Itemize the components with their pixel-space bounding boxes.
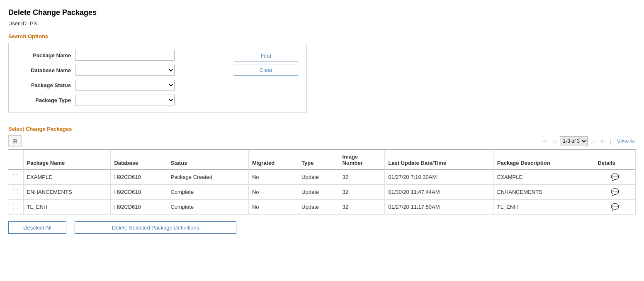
search-options-title: Search Options (8, 33, 636, 39)
row-description: TL_ENH (493, 200, 594, 215)
row-image-number: 32 (339, 200, 385, 215)
col-header-last-update: Last Update Date/Time (385, 150, 494, 170)
row-image-number: 32 (339, 185, 385, 200)
pagination-controls: ⊲ ◁ 1-3 of 3 ▷ ⊳ | View All (540, 136, 636, 146)
delete-selected-button[interactable]: Delete Selected Package Definitions (75, 221, 236, 234)
page-select[interactable]: 1-3 of 3 (560, 136, 588, 146)
page-title: Delete Change Packages (8, 8, 636, 17)
col-header-type: Type (298, 150, 339, 170)
row-description: EXAMPLE (493, 170, 594, 185)
next-page-button[interactable]: ▷ (589, 137, 597, 145)
row-status: Package Created (167, 170, 249, 185)
row-last-update: 01/30/20 11:47:44AM (385, 185, 494, 200)
row-details-cell[interactable]: 💬 (594, 170, 636, 185)
row-status: Complete (167, 185, 249, 200)
table-toolbar: ⊞ ⊲ ◁ 1-3 of 3 ▷ ⊳ | View All (8, 135, 636, 147)
col-header-package-name: Package Name (23, 150, 111, 170)
row-package-name: EXAMPLE (23, 170, 111, 185)
row-details-cell[interactable]: 💬 (594, 200, 636, 215)
details-icon[interactable]: 💬 (611, 173, 619, 181)
pipe-separator: | (610, 138, 611, 144)
table-row: TL_ENH H92CD610 Complete No Update 32 01… (8, 200, 636, 215)
row-checkbox[interactable] (13, 174, 18, 179)
find-button[interactable]: Find (234, 50, 298, 61)
table-row: ENHANCEMENTS H92CD610 Complete No Update… (8, 185, 636, 200)
col-header-database: Database (111, 150, 167, 170)
details-icon[interactable]: 💬 (611, 188, 619, 195)
database-name-select[interactable] (75, 65, 175, 76)
row-database: H92CD610 (111, 185, 167, 200)
row-package-name: ENHANCEMENTS (23, 185, 111, 200)
table-header-row: Package Name Database Status Migrated Ty… (8, 150, 636, 170)
row-type: Update (298, 170, 339, 185)
row-database: H92CD610 (111, 200, 167, 215)
footer-buttons: Deselect All Delete Selected Package Def… (8, 221, 636, 234)
col-header-image-number: ImageNumber (339, 150, 385, 170)
packages-table: Package Name Database Status Migrated Ty… (8, 149, 636, 215)
select-packages-title: Select Change Packages (8, 126, 636, 132)
package-status-label: Package Status (17, 82, 71, 88)
row-checkbox[interactable] (13, 189, 18, 194)
search-options-panel: Package Name Database Name Package Statu… (8, 43, 307, 112)
package-name-input[interactable] (75, 50, 175, 61)
row-description: ENHANCEMENTS (493, 185, 594, 200)
row-checkbox[interactable] (13, 204, 18, 209)
col-header-status: Status (167, 150, 249, 170)
row-checkbox-cell[interactable] (8, 200, 23, 215)
package-type-select[interactable] (75, 95, 175, 105)
row-status: Complete (167, 200, 249, 215)
row-migrated: No (248, 170, 298, 185)
select-packages-section: Select Change Packages ⊞ ⊲ ◁ 1-3 of 3 ▷ … (8, 126, 636, 215)
row-type: Update (298, 200, 339, 215)
row-details-cell[interactable]: 💬 (594, 185, 636, 200)
package-name-label: Package Name (17, 52, 71, 59)
row-last-update: 01/27/20 7:10:30AM (385, 170, 494, 185)
row-type: Update (298, 185, 339, 200)
details-icon[interactable]: 💬 (611, 203, 619, 210)
user-id-value: PS (30, 20, 37, 27)
last-page-button[interactable]: ⊳ (599, 137, 607, 145)
row-checkbox-cell[interactable] (8, 185, 23, 200)
row-last-update: 01/27/20 11:17:50AM (385, 200, 494, 215)
row-migrated: No (248, 185, 298, 200)
grid-icon: ⊞ (12, 138, 17, 144)
prev-page-button[interactable]: ◁ (550, 137, 558, 145)
database-name-label: Database Name (17, 67, 71, 73)
col-header-details: Details (594, 150, 636, 170)
row-migrated: No (248, 200, 298, 215)
row-image-number: 32 (339, 170, 385, 185)
user-id-label: User ID (8, 20, 27, 27)
table-row: EXAMPLE H92CD610 Package Created No Upda… (8, 170, 636, 185)
col-header-description: Package Description (493, 150, 594, 170)
package-status-select[interactable] (75, 80, 175, 90)
row-package-name: TL_ENH (23, 200, 111, 215)
package-type-label: Package Type (17, 97, 71, 103)
deselect-all-button[interactable]: Deselect All (8, 221, 66, 234)
view-all-link[interactable]: View All (617, 138, 636, 144)
grid-icon-button[interactable]: ⊞ (8, 135, 22, 147)
row-database: H92CD610 (111, 170, 167, 185)
first-page-button[interactable]: ⊲ (540, 137, 549, 145)
col-header-migrated: Migrated (248, 150, 298, 170)
col-header-checkbox (8, 150, 23, 170)
clear-button[interactable]: Clear (234, 64, 298, 76)
row-checkbox-cell[interactable] (8, 170, 23, 185)
